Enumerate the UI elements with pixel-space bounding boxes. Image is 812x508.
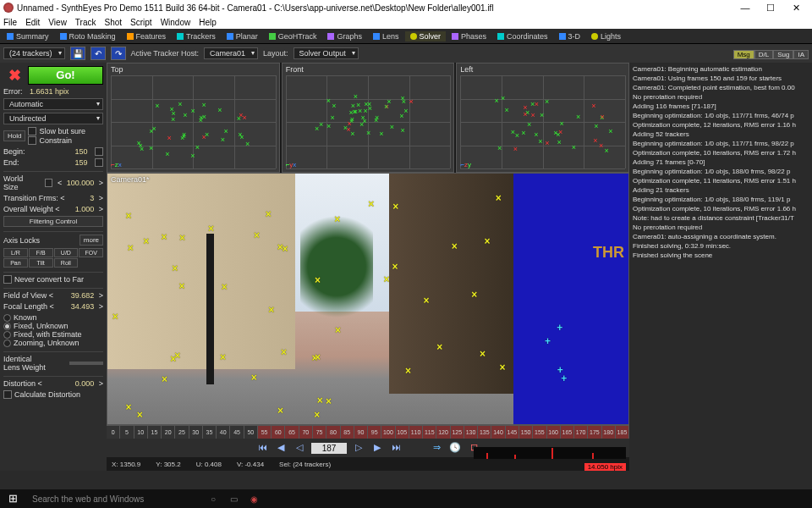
tracker-marker[interactable]: × — [405, 365, 411, 377]
tracker-marker[interactable]: × — [277, 241, 283, 253]
tab-features[interactable]: Features — [122, 31, 172, 41]
tracker-marker[interactable]: × — [162, 373, 167, 385]
radio-1[interactable] — [3, 323, 11, 330]
timeline-frame[interactable]: 135 — [478, 426, 491, 439]
timeline-frame[interactable]: 175 — [588, 426, 601, 439]
tracker-marker[interactable]: × — [436, 341, 442, 353]
axis-ud[interactable]: U/D — [54, 248, 79, 257]
tab-3-d[interactable]: 3-D — [554, 31, 586, 41]
tracker-marker[interactable]: × — [334, 213, 340, 225]
maximize-button[interactable]: ☐ — [758, 3, 783, 14]
camera-viewport[interactable]: Camera01* THR ××××××××××××××××××××××××××… — [107, 173, 629, 425]
tracker-marker[interactable]: × — [208, 223, 214, 235]
host-dropdown[interactable]: Camera01 — [204, 47, 258, 59]
tracker-marker[interactable]: × — [384, 273, 390, 285]
start-button[interactable]: ⊞ — [0, 489, 25, 508]
redo-button[interactable]: ↷ — [111, 47, 126, 60]
timeline-frame[interactable]: 75 — [313, 426, 326, 439]
tracker-marker[interactable]: × — [315, 274, 321, 286]
tracker-marker[interactable]: × — [424, 295, 430, 306]
tracker-marker[interactable]: × — [281, 346, 287, 358]
menu-file[interactable]: File — [3, 18, 17, 27]
timeline-frame[interactable]: 65 — [285, 426, 299, 439]
tab-phases[interactable]: Phases — [447, 31, 491, 41]
clock-button[interactable]: 🕓 — [448, 442, 462, 454]
timeline-frame[interactable]: 145 — [506, 426, 519, 439]
timeline-frame[interactable]: 95 — [368, 426, 381, 439]
tracker-marker[interactable]: × — [251, 372, 257, 384]
slow-checkbox[interactable] — [28, 127, 36, 135]
menu-view[interactable]: View — [48, 18, 67, 27]
tab-lens[interactable]: Lens — [368, 31, 404, 41]
timeline-frame[interactable]: 105 — [396, 426, 409, 439]
tracker-marker[interactable]: + — [557, 364, 563, 376]
go-button[interactable]: Go! — [28, 66, 103, 85]
tracker-marker[interactable]: × — [172, 262, 178, 274]
menu-track[interactable]: Track — [75, 18, 96, 27]
tracker-marker[interactable]: × — [128, 242, 134, 254]
timeline-frame[interactable]: 5 — [120, 426, 134, 439]
timeline-frame[interactable]: 10 — [134, 426, 148, 439]
timeline-frame[interactable]: 50 — [244, 426, 258, 439]
tracker-marker[interactable]: × — [485, 235, 491, 247]
lens-slider[interactable] — [69, 362, 103, 365]
tracker-marker[interactable]: × — [266, 208, 272, 220]
hold-button[interactable]: Hold — [3, 130, 25, 141]
end-value[interactable]: 159 — [74, 158, 87, 167]
pill-ia[interactable]: IA — [793, 50, 809, 59]
menu-window[interactable]: Window — [161, 18, 191, 27]
tracker-marker[interactable]: × — [277, 405, 283, 417]
goto-end-button[interactable]: ⏭ — [389, 442, 403, 454]
trackers-dropdown[interactable]: (24 trackers) — [3, 47, 65, 59]
tracker-marker[interactable]: × — [315, 351, 321, 363]
pill-d/l[interactable]: D/L — [754, 50, 773, 59]
cancel-button[interactable]: ✖ — [3, 66, 25, 85]
timeline-frame[interactable]: 115 — [423, 426, 436, 439]
goto-start-button[interactable]: ⏮ — [255, 442, 269, 454]
tracker-marker[interactable]: × — [368, 198, 374, 210]
timeline-frame[interactable]: 155 — [533, 426, 546, 439]
radio-0[interactable] — [3, 314, 11, 322]
timeline-frame[interactable]: 170 — [574, 426, 588, 439]
axis-tilt[interactable]: Tilt — [29, 258, 53, 268]
view-left[interactable]: Left ×××××××××××××××××××××××××××××××××××… — [456, 63, 629, 173]
tracker-marker[interactable]: + — [557, 322, 562, 334]
trans-value[interactable]: 3 — [90, 194, 94, 202]
timeline-frame[interactable]: 20 — [162, 426, 175, 439]
end-chk[interactable] — [95, 158, 103, 167]
cortana-icon[interactable]: ○ — [203, 489, 223, 508]
timeline-frame[interactable]: 100 — [381, 426, 395, 439]
tracker-marker[interactable]: × — [179, 232, 185, 244]
radio-2[interactable] — [3, 331, 11, 339]
minimize-button[interactable]: — — [732, 3, 758, 13]
tracker-marker[interactable]: × — [496, 192, 502, 204]
fov-value[interactable]: 39.682 — [71, 291, 95, 300]
step-back-button[interactable]: ◁ — [293, 442, 306, 454]
timeline-frame[interactable]: 165 — [561, 426, 574, 439]
app-taskbar-icon[interactable]: ◉ — [244, 489, 264, 508]
axis-pan[interactable]: Pan — [3, 258, 28, 268]
undo-button[interactable]: ↶ — [91, 47, 106, 60]
tab-geohtrack[interactable]: GeoHTrack — [264, 31, 322, 41]
log-panel[interactable]: Camera01: Beginning automatic estimation… — [629, 63, 812, 471]
timeline-frame[interactable]: 130 — [464, 426, 478, 439]
timeline-frame[interactable]: 40 — [217, 426, 230, 439]
view-top[interactable]: Top ××××××××××××××××××××××××××××××××××× … — [107, 63, 280, 173]
timeline-frame[interactable]: 125 — [451, 426, 464, 439]
sync-button[interactable]: ⇒ — [430, 442, 443, 454]
tab-graphs[interactable]: Graphs — [322, 31, 367, 41]
more-button[interactable]: more — [80, 235, 103, 246]
pill-msg[interactable]: Msg — [733, 50, 754, 59]
world-chk[interactable] — [45, 179, 53, 187]
menu-edit[interactable]: Edit — [25, 18, 40, 27]
tracker-marker[interactable]: × — [317, 395, 323, 406]
tracker-marker[interactable]: × — [392, 201, 398, 213]
tracker-marker[interactable]: × — [220, 351, 226, 363]
tracker-marker[interactable]: × — [452, 240, 458, 252]
timeline-frame[interactable]: 15 — [148, 426, 162, 439]
tab-coordinates[interactable]: Coordinates — [492, 31, 553, 41]
tab-planar[interactable]: Planar — [222, 31, 263, 41]
save-icon-button[interactable]: 💾 — [70, 47, 85, 60]
dist-value[interactable]: 0.000 — [75, 379, 95, 388]
timeline-frame[interactable]: 160 — [547, 426, 561, 439]
